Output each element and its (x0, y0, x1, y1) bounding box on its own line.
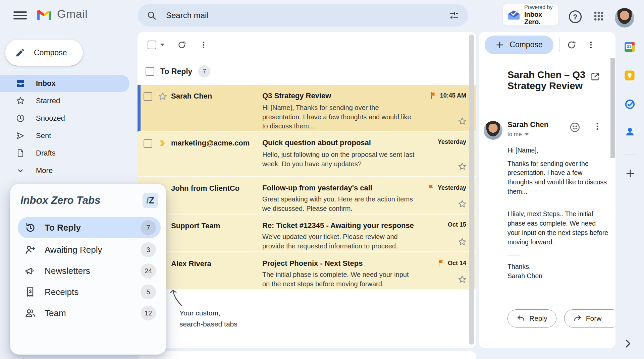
account-avatar[interactable] (615, 8, 634, 27)
email-rows: Sarah Chen Q3 Strategy Review Hi [Name],… (138, 85, 476, 290)
reply-button[interactable]: Reply (507, 309, 556, 327)
draft-icon (16, 148, 25, 158)
star-icon[interactable] (458, 237, 467, 247)
star-icon[interactable] (158, 92, 169, 102)
sidebar-item-snoozed[interactable]: Snoozed (0, 110, 138, 127)
sidebar-item-sent[interactable]: Sent (0, 127, 138, 144)
emoji-reaction-icon[interactable] (569, 122, 581, 133)
toolbar-divider (559, 38, 560, 52)
sender-avatar[interactable] (484, 121, 502, 140)
body-paragraph: I liialv, mext Steps.. The initial phase… (507, 210, 609, 247)
mail-list-scrollbar[interactable] (469, 35, 474, 345)
sidebar-item-more[interactable]: More (0, 162, 138, 179)
add-addon-icon[interactable] (625, 168, 635, 178)
gmail-m-icon (36, 8, 52, 20)
powered-by-inbox-zero-badge[interactable]: Powered by Inbox Zero. (502, 4, 559, 26)
next-section-card (139, 351, 476, 359)
gmail-logo: Gmail (36, 7, 88, 20)
collapse-panel-chevron[interactable] (622, 338, 633, 349)
chevron-down-icon (525, 133, 529, 135)
tab-label: To Reply (45, 223, 132, 233)
inbox-zero-tabs-panel: Inbox Zero Tabs iZ To Reply 7 Awaiting R… (10, 184, 166, 355)
star-icon[interactable] (458, 275, 467, 284)
refresh-icon[interactable] (177, 40, 186, 50)
row-checkbox[interactable] (144, 92, 152, 101)
powered-by-text: Powered by (524, 4, 554, 11)
sidebar-item-label: More (36, 166, 53, 175)
help-icon[interactable]: ? (568, 10, 582, 24)
tasks-icon[interactable] (624, 99, 636, 110)
email-row[interactable]: Sarah Chen Q3 Strategy Review Hi [Name],… (138, 85, 476, 132)
tab-receipts[interactable]: $ Receipts 5 (18, 282, 161, 302)
inbox-zero-product-text: Inbox Zero. (524, 11, 554, 25)
section-checkbox[interactable] (146, 67, 154, 76)
history-icon (24, 222, 36, 233)
reply-arrow-icon (517, 314, 525, 323)
email-row[interactable]: Support Team Re: Ticket #12345 - Awaitin… (138, 215, 476, 252)
select-dropdown-caret[interactable] (160, 44, 164, 46)
email-row[interactable]: Alex Rivera Project Phoenix - Next Steps… (138, 252, 476, 290)
open-in-new-icon[interactable] (590, 71, 600, 82)
reading-pane-scrollbar[interactable] (610, 58, 615, 158)
reply-label: Reply (529, 314, 547, 322)
star-icon[interactable] (458, 199, 467, 209)
star-icon[interactable] (458, 162, 467, 171)
megaphone-icon (24, 265, 36, 277)
section-count-badge: 7 (198, 65, 210, 77)
sidebar-item-starred[interactable]: Starred (0, 92, 138, 110)
compose-label: Compose (509, 40, 542, 49)
sidebar-item-label: Sent (36, 131, 51, 140)
contacts-icon[interactable] (624, 126, 636, 137)
star-icon[interactable] (458, 117, 467, 126)
more-options-icon[interactable] (199, 41, 208, 49)
chevron-down-icon (16, 166, 25, 175)
select-all-checkbox[interactable] (148, 41, 156, 49)
forward-button[interactable]: Forw (564, 309, 615, 327)
plus-icon (495, 41, 504, 49)
body-closing: Thanks, (507, 262, 609, 272)
search-options-icon[interactable] (449, 10, 460, 21)
flag-icon[interactable] (437, 259, 445, 267)
recipient-label: to me (507, 131, 522, 138)
google-apps-grid-icon[interactable] (593, 10, 604, 22)
sender-name: Sarah Chen (507, 120, 548, 129)
compose-button[interactable]: Compose (5, 40, 83, 66)
gmail-brand-text: Gmail (57, 7, 88, 20)
email-row[interactable]: marketing@acme.com Quick question about … (138, 132, 476, 177)
recipient-dropdown[interactable]: to me (507, 131, 529, 138)
row-checkbox[interactable] (144, 139, 152, 148)
tab-label: Receipts (45, 287, 132, 297)
search-input[interactable]: Search mail (166, 11, 449, 20)
message-actions: Reply Forw (507, 309, 615, 327)
sidebar-item-inbox[interactable]: Inbox (0, 75, 129, 92)
sidebar-item-drafts[interactable]: Drafts (0, 144, 138, 162)
compose-button[interactable]: Compose (485, 36, 553, 54)
more-options-icon[interactable] (593, 122, 602, 131)
email-snippet: We've updated your ticket. Please review… (262, 232, 416, 251)
reading-pane: Compose Sarah Chen – Q3 Strategy Review … (479, 32, 615, 348)
calendar-icon[interactable]: 31 (624, 41, 636, 53)
tab-awaiting-reply[interactable]: Awaiting Reply 3 (18, 240, 161, 259)
refresh-icon[interactable] (567, 40, 577, 50)
flag-icon[interactable] (427, 184, 435, 192)
send-icon (16, 131, 25, 140)
search-bar[interactable]: Search mail (138, 4, 468, 26)
email-sender: Sarah Chen (171, 92, 262, 101)
email-snippet: Hello, just following up on the proposal… (262, 150, 416, 169)
pencil-icon (15, 48, 25, 58)
search-icon[interactable] (147, 10, 157, 20)
flag-icon[interactable] (429, 92, 437, 100)
email-time: Yesterday (438, 138, 466, 145)
tab-team[interactable]: Team 12 (18, 303, 161, 323)
more-options-icon[interactable] (587, 41, 595, 49)
keep-icon[interactable] (624, 69, 636, 81)
hamburger-menu-button[interactable] (13, 9, 27, 22)
signature-divider (507, 255, 520, 255)
forward-arrow-icon (573, 314, 582, 323)
importance-marker-icon (158, 138, 169, 148)
tab-count-badge: 12 (141, 306, 156, 320)
email-row[interactable]: John from ClientCo Follow-up from yester… (138, 177, 476, 215)
tab-count-badge: 24 (141, 263, 156, 278)
tab-newsletters[interactable]: Newsletters 24 (18, 261, 161, 281)
tab-to-reply[interactable]: To Reply 7 (18, 217, 161, 238)
